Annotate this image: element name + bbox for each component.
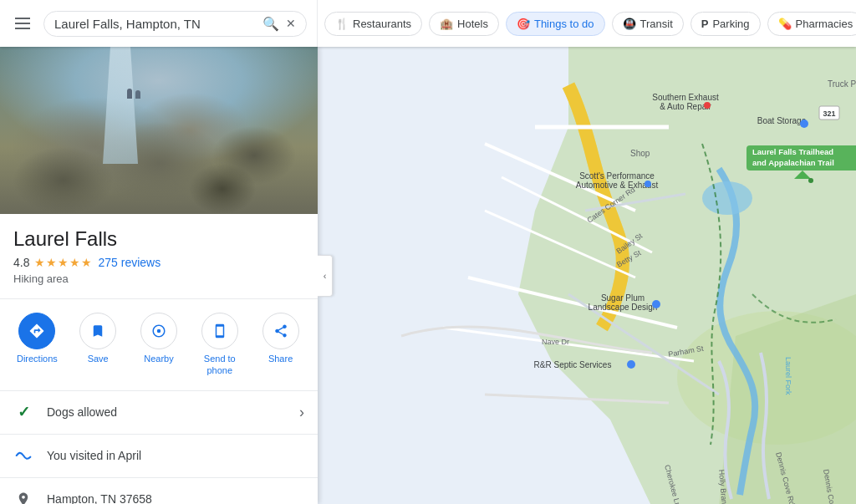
- category-tabs-bar: 🍴 Restaurants 🏨 Hotels 🎯 Things to do 🚇 …: [318, 0, 856, 47]
- tab-restaurants[interactable]: 🍴 Restaurants: [324, 12, 422, 36]
- directions-icon-circle: [18, 313, 55, 349]
- rating-row: 4.8 ★★★★★ 275 reviews: [13, 256, 304, 269]
- things-icon: 🎯: [517, 18, 530, 30]
- nearby-button[interactable]: Nearby: [132, 313, 186, 377]
- place-name: Laurel Falls: [13, 227, 304, 251]
- hotels-icon: 🏨: [440, 18, 453, 30]
- address-row[interactable]: Hampton, TN 37658: [0, 478, 318, 504]
- search-icon: 🔍: [262, 16, 279, 32]
- directions-label: Directions: [17, 353, 58, 364]
- map-svg: Southern Exhaust & Auto Repair Boat Stor…: [318, 47, 856, 504]
- dogs-allowed-row[interactable]: ✓ Dogs allowed ›: [0, 391, 318, 435]
- send-to-phone-button[interactable]: Send to phone: [193, 313, 247, 377]
- svg-text:Truck Parts: Truck Parts: [828, 79, 856, 89]
- tab-hotels[interactable]: 🏨 Hotels: [429, 12, 499, 36]
- nearby-icon-circle: [140, 313, 177, 349]
- tab-parking[interactable]: P Parking: [690, 12, 761, 36]
- review-count[interactable]: 275 reviews: [98, 256, 160, 269]
- directions-button[interactable]: Directions: [10, 313, 64, 377]
- svg-point-33: [627, 360, 635, 369]
- svg-text:Boat Storage: Boat Storage: [757, 116, 807, 125]
- transit-icon: 🚇: [623, 18, 636, 30]
- share-label: Share: [268, 353, 293, 364]
- send-to-phone-label: Send to phone: [204, 353, 236, 377]
- action-buttons: Directions Save Nearby Send to phone: [0, 298, 318, 391]
- place-info-section: Laurel Falls 4.8 ★★★★★ 275 reviews Hikin…: [0, 214, 318, 292]
- save-button[interactable]: Save: [71, 313, 125, 377]
- svg-text:Laurel Fork: Laurel Fork: [784, 357, 792, 395]
- save-icon-circle: [79, 313, 116, 349]
- svg-text:Sugar Plum: Sugar Plum: [601, 293, 645, 303]
- svg-point-0: [157, 329, 161, 333]
- save-label: Save: [88, 353, 109, 364]
- collapse-panel-button[interactable]: ‹: [318, 255, 333, 297]
- search-input[interactable]: [54, 17, 256, 31]
- visited-icon: [13, 449, 33, 462]
- svg-text:Nave Dr: Nave Dr: [542, 338, 569, 346]
- star-rating: ★★★★★: [34, 256, 93, 269]
- tab-things-to-do[interactable]: 🎯 Things to do: [506, 12, 605, 36]
- svg-point-19: [800, 120, 808, 128]
- svg-point-31: [652, 300, 660, 308]
- share-button[interactable]: Share: [254, 313, 308, 377]
- svg-point-24: [808, 178, 813, 183]
- address-pin-icon: [13, 491, 33, 504]
- map-area[interactable]: ‹: [318, 47, 856, 504]
- send-to-phone-icon-circle: [201, 313, 238, 349]
- share-icon-circle: [262, 313, 299, 349]
- hamburger-button[interactable]: [10, 13, 35, 34]
- svg-text:Landscape Design: Landscape Design: [588, 303, 658, 312]
- visited-text: You visited in April: [47, 449, 304, 462]
- svg-text:Southern Exhaust: Southern Exhaust: [652, 93, 719, 102]
- svg-text:Shop: Shop: [630, 149, 650, 158]
- place-image: [0, 47, 318, 214]
- place-type: Hiking area: [13, 272, 304, 285]
- parking-icon: P: [701, 18, 709, 30]
- visited-row[interactable]: You visited in April: [0, 435, 318, 478]
- svg-point-27: [645, 181, 651, 187]
- svg-text:and Appalachian Trail: and Appalachian Trail: [752, 158, 834, 167]
- pharmacies-icon: 💊: [778, 18, 792, 30]
- dogs-chevron-icon: ›: [299, 404, 304, 421]
- svg-text:Scott's Performance: Scott's Performance: [579, 171, 655, 181]
- rating-number: 4.8: [13, 256, 29, 269]
- dogs-allowed-text: Dogs allowed: [47, 405, 299, 419]
- svg-text:& Auto Repair: & Auto Repair: [660, 102, 711, 111]
- svg-text:Laurel Falls Trailhead: Laurel Falls Trailhead: [752, 147, 833, 156]
- address-text: Hampton, TN 37658: [47, 492, 304, 504]
- tab-pharmacies[interactable]: 💊 Pharmacies: [767, 12, 857, 36]
- svg-point-17: [704, 102, 711, 109]
- restaurants-icon: 🍴: [335, 18, 349, 30]
- dogs-check-icon: ✓: [13, 403, 33, 421]
- svg-text:321: 321: [823, 109, 835, 118]
- close-icon[interactable]: ✕: [286, 17, 296, 30]
- svg-text:R&R Septic Services: R&R Septic Services: [534, 360, 612, 369]
- nearby-label: Nearby: [144, 353, 173, 364]
- left-panel: Laurel Falls 4.8 ★★★★★ 275 reviews Hikin…: [0, 47, 318, 504]
- svg-point-5: [702, 181, 752, 215]
- tab-transit[interactable]: 🚇 Transit: [612, 12, 684, 36]
